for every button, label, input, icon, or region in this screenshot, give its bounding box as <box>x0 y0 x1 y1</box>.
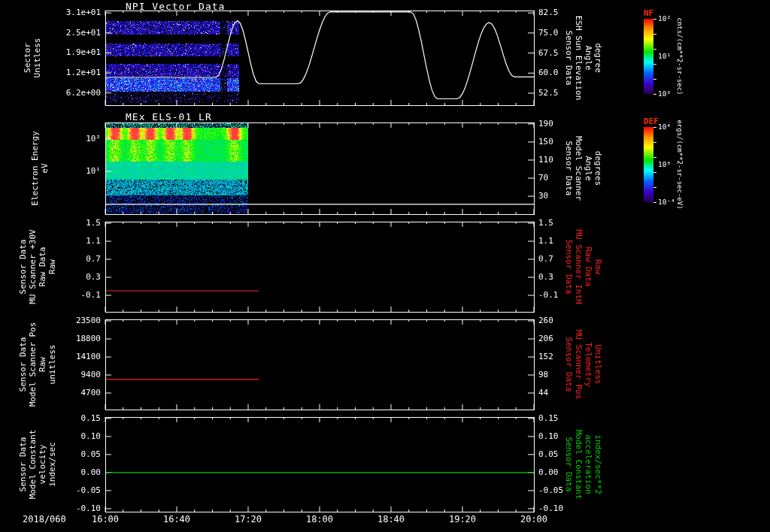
axis-title-left-line: unitless <box>47 345 57 385</box>
tick-label-right: 152 <box>538 352 553 361</box>
tick-label-right: 0.00 <box>538 468 559 477</box>
colorbar-tick-mark <box>653 142 656 143</box>
tick-label-left: 4700 <box>81 388 102 397</box>
tick-label-left: 23500 <box>76 316 101 325</box>
tick-label-left: -0.1 <box>81 291 102 300</box>
tick-label-right: 0.3 <box>538 273 553 282</box>
tick-label-right: 150 <box>538 138 553 147</box>
tick-label-right: 260 <box>538 316 553 325</box>
axis-title-left-line: Raw Data <box>38 247 47 287</box>
tick-label-left: 1.9e+01 <box>66 48 101 57</box>
axis-title-left-line: Electron Energy <box>30 131 40 205</box>
colorbar-tick-mark <box>653 34 656 35</box>
axis-title-right-line: MU Scanner Pos <box>574 330 584 400</box>
tick-label-left: 18800 <box>76 334 101 343</box>
axis-title-right-line: Angle <box>584 156 593 180</box>
colorbar-tick-mark <box>653 64 656 65</box>
colorbar-nf-unit: cnts/(cm**2-sr-sec) <box>676 18 684 95</box>
tick-label-left: 0.10 <box>81 432 102 441</box>
axis-title-right-line: Angle <box>584 45 593 70</box>
panel-frame-model-constant <box>105 417 535 512</box>
tick-label-right: 98 <box>538 370 548 379</box>
colorbar-tick-mark <box>653 49 656 50</box>
x-tick-label: 18:00 <box>303 514 336 524</box>
colorbar-tick-mark <box>653 157 656 158</box>
axis-title-left-line: index/sec <box>47 442 57 487</box>
axis-title-left-line: Raw <box>38 357 47 372</box>
x-tick-label: 16:40 <box>160 514 193 524</box>
axis-title-right-line: Unitless <box>593 345 603 385</box>
axis-title-right-line: Raw Data <box>584 247 593 287</box>
colorbar-tick-mark <box>653 127 656 128</box>
colorbar-tick-mark <box>653 19 656 20</box>
axis-title-right-line: Sensor Data <box>564 437 574 492</box>
axis-title-right-line: degree <box>593 43 603 73</box>
colorbar-def-strip <box>644 127 653 202</box>
colorbar-tick-mark <box>653 94 656 95</box>
colorbar-tick-label: 10² <box>658 14 671 23</box>
axis-title-right-line: acceleration <box>584 434 593 494</box>
axis-title-left-line: Sector <box>23 43 32 73</box>
tick-label-right: 67.5 <box>538 49 559 58</box>
tick-label-right: 0.15 <box>538 414 559 423</box>
tick-label-left: 0.7 <box>86 255 101 264</box>
x-tick-label: 18:40 <box>374 514 408 524</box>
x-tick-label: 19:20 <box>446 514 479 524</box>
axis-title-right-line: MU Scanner IntH <box>574 229 584 304</box>
panel-frame-els <box>105 122 535 215</box>
tick-label-right: 190 <box>538 119 553 128</box>
axis-title-right-line: Sensor Data <box>564 31 574 86</box>
axis-title-right-line: Sensor Data <box>564 141 574 196</box>
tick-label-right: 75.0 <box>538 29 559 38</box>
tick-label-right: 82.5 <box>538 8 559 17</box>
tick-label-right: 60.0 <box>538 68 559 77</box>
tick-label-left: 10² <box>86 135 101 144</box>
axis-title-right-line: Telemetry <box>584 342 593 387</box>
science-plot-screen: NPI Vector Data MEx ELS-01 LR NF cnts/(c… <box>0 0 770 532</box>
colorbar-nf: NF cnts/(cm**2-sr-sec) 10²10¹10⁰ <box>644 8 698 121</box>
tick-label-right: 70 <box>538 174 548 183</box>
tick-label-right: 52.5 <box>538 89 559 98</box>
tick-label-right: -0.10 <box>538 504 563 513</box>
colorbar-tick-mark <box>653 202 656 203</box>
tick-label-left: 0.00 <box>81 468 102 477</box>
tick-label-right: 0.05 <box>538 450 559 459</box>
tick-label-left: 0.15 <box>81 414 102 423</box>
axis-title-right-line: index/sec**2 <box>593 434 603 494</box>
panel-frame-mu-scanner-raw <box>105 222 535 313</box>
axis-title-right-line: ESH Sun Elevation <box>574 16 584 101</box>
colorbar-nf-label: NF <box>644 8 653 18</box>
colorbar-tick-mark <box>653 79 656 80</box>
colorbar-tick-label: 10¹ <box>658 52 671 61</box>
tick-label-right: 0.7 <box>538 255 553 264</box>
axis-title-right-line: Model Scanner <box>574 136 584 201</box>
axis-title-left-line: MU Scanner +30V <box>28 229 38 304</box>
colorbar-nf-strip <box>644 19 653 94</box>
colorbar-def-label: DEF <box>644 116 659 126</box>
panel-frame-npi <box>105 11 535 106</box>
tick-label-right: 110 <box>538 156 553 165</box>
axis-title-right-line: Model Constant <box>574 430 584 500</box>
tick-label-right: -0.05 <box>538 486 563 495</box>
tick-label-left: 0.3 <box>86 273 101 282</box>
tick-label-left: 9400 <box>81 370 102 379</box>
x-tick-label: 20:00 <box>517 514 550 524</box>
tick-label-right: 44 <box>538 388 548 397</box>
tick-label-left: -0.05 <box>76 486 101 495</box>
axis-title-right-line: degrees <box>593 151 603 186</box>
axis-title-left-line: Sensor Data <box>18 240 28 295</box>
axis-title-left-line: Sensor Data <box>18 437 28 492</box>
axis-title-right-line: Raw <box>593 259 603 274</box>
colorbar-tick-mark <box>653 187 656 188</box>
axis-title-left-line: Sensor Data <box>18 337 28 392</box>
panel-frame-scanner-pos <box>105 319 535 410</box>
colorbar-tick-label: 10⁰ <box>658 89 671 98</box>
axis-title-left-line: velocity <box>38 445 47 485</box>
tick-label-right: 206 <box>538 334 553 343</box>
tick-label-left: 14100 <box>76 352 101 361</box>
tick-label-left: 1.1 <box>86 237 101 246</box>
tick-label-right: 1.1 <box>538 237 553 246</box>
colorbar-def-unit: ergs/(cm**2-sr-sec-eV) <box>676 119 684 209</box>
axis-title-left-line: eV <box>40 163 50 173</box>
tick-label-left: 6.2e+00 <box>66 89 101 98</box>
